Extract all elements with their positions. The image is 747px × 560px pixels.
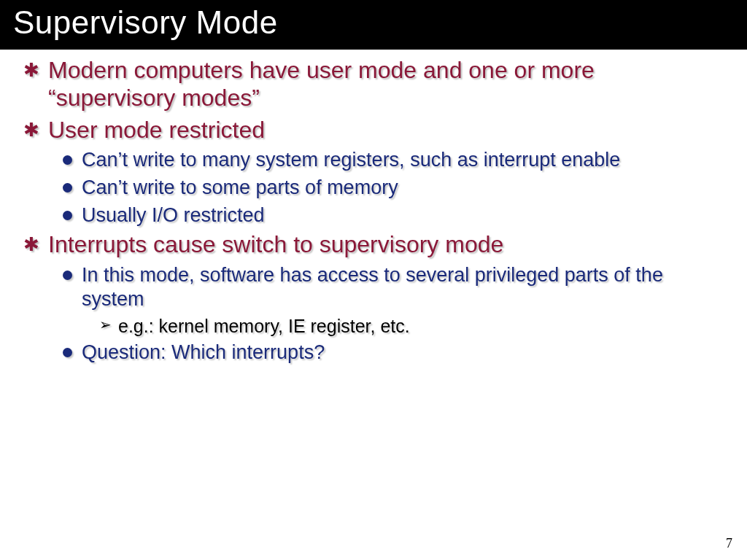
bullet-l1: Modern computers have user mode and one …: [20, 57, 727, 112]
bullet-l2: Usually I/O restricted: [60, 203, 727, 228]
page-number: 7: [726, 536, 732, 551]
slide: Supervisory Mode Modern computers have u…: [0, 0, 747, 560]
bullet-l1: User mode restricted: [20, 117, 727, 144]
bullet-l1: Interrupts cause switch to supervisory m…: [20, 231, 727, 259]
bullet-l2: Can’t write to many system registers, su…: [60, 148, 727, 172]
bullet-l2: Can’t write to some parts of memory: [60, 176, 727, 200]
bullet-l2: In this mode, software has access to sev…: [60, 263, 727, 311]
bullet-l2: Question: Which interrupts?: [60, 341, 727, 365]
bullet-l3: e.g.: kernel memory, IE register, etc.: [99, 315, 727, 338]
slide-title: Supervisory Mode: [0, 0, 747, 50]
slide-content: Modern computers have user mode and one …: [0, 50, 747, 365]
